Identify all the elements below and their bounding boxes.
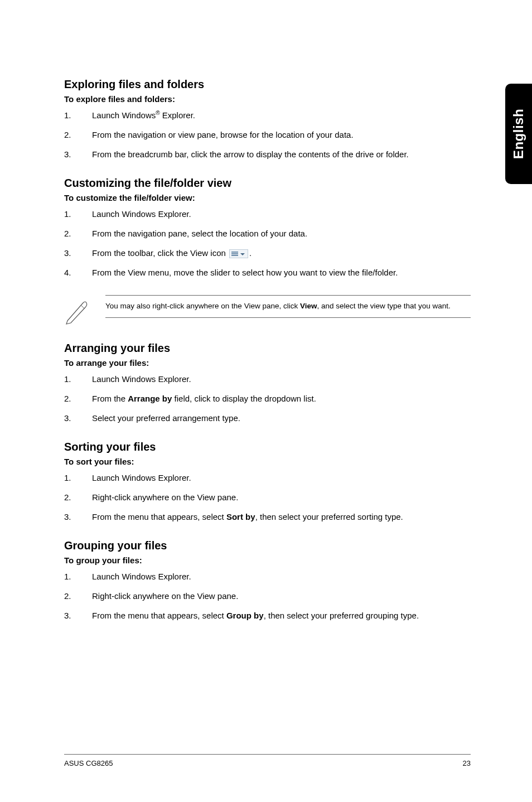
list-text: From the toolbar, click the View icon — [92, 248, 228, 258]
subhead-grouping: To group your files: — [64, 555, 471, 565]
list-text: Launch Windows Explorer. — [92, 374, 191, 384]
list-number: 1. — [64, 373, 71, 385]
list-item: 1.Launch Windows Explorer. — [64, 472, 471, 484]
pen-icon — [64, 297, 89, 322]
list-item: 2.From the navigation pane, select the l… — [64, 228, 471, 239]
list-text: . — [249, 248, 252, 258]
note-text-part: , and select the view type that you want… — [317, 302, 450, 310]
list-number: 1. — [64, 472, 71, 484]
list-number: 1. — [64, 571, 71, 582]
list-text: From the navigation or view pane, browse… — [92, 130, 354, 139]
list-number: 2. — [64, 393, 71, 404]
list-exploring: 1.Launch Windows® Explorer. 2.From the n… — [64, 109, 471, 160]
heading-arranging: Arranging your files — [64, 342, 471, 355]
svg-line-0 — [81, 305, 84, 308]
language-tab: English — [505, 84, 532, 184]
list-text: , then select your preferred grouping ty… — [264, 611, 419, 620]
list-bold: Sort by — [226, 512, 255, 521]
page-footer: ASUS CG8265 23 — [64, 754, 471, 767]
list-customizing: 1.Launch Windows Explorer. 2.From the na… — [64, 208, 471, 278]
list-text: From the — [92, 394, 128, 403]
subhead-customizing: To customize the file/folder view: — [64, 193, 471, 202]
list-text: From the menu that appears, select — [92, 611, 226, 620]
section-customizing: Customizing the file/folder view To cust… — [64, 177, 471, 322]
list-item: 2.Right-click anywhere on the View pane. — [64, 590, 471, 602]
list-text: From the breadcrumb bar, click the arrow… — [92, 149, 409, 159]
list-number: 3. — [64, 412, 71, 424]
list-text: Launch Windows Explorer. — [92, 209, 191, 219]
list-number: 1. — [64, 208, 71, 220]
subhead-sorting: To sort your files: — [64, 457, 471, 466]
subhead-arranging: To arrange your files: — [64, 358, 471, 368]
heading-exploring: Exploring files and folders — [64, 78, 471, 91]
list-item: 1.Launch Windows Explorer. — [64, 571, 471, 582]
list-number: 4. — [64, 267, 71, 278]
list-number: 3. — [64, 511, 71, 523]
list-text: Launch Windows Explorer. — [92, 473, 191, 482]
list-bold: Group by — [226, 611, 264, 620]
list-text: Right-click anywhere on the View pane. — [92, 591, 238, 601]
section-sorting: Sorting your files To sort your files: 1… — [64, 441, 471, 523]
list-item: 3.Select your preferred arrangement type… — [64, 412, 471, 424]
page-content: Exploring files and folders To explore f… — [0, 0, 532, 621]
heading-customizing: Customizing the file/folder view — [64, 177, 471, 190]
list-number: 2. — [64, 491, 71, 503]
list-text: , then select your preferred sorting typ… — [255, 512, 403, 521]
note-block: You may also right-click anywhere on the… — [64, 295, 471, 322]
language-tab-label: English — [511, 109, 526, 159]
list-item: 3.From the toolbar, click the View icon … — [64, 247, 471, 259]
list-text: Launch Windows — [92, 110, 156, 120]
list-number: 1. — [64, 109, 71, 121]
list-number: 2. — [64, 129, 71, 141]
list-text: Select your preferred arrangement type. — [92, 413, 240, 423]
section-grouping: Grouping your files To group your files:… — [64, 539, 471, 621]
list-item: 3.From the menu that appears, select Gro… — [64, 610, 471, 621]
note-text-part: You may also right-click anywhere on the… — [105, 302, 300, 310]
list-item: 1.Launch Windows® Explorer. — [64, 109, 471, 121]
list-text: From the navigation pane, select the loc… — [92, 229, 307, 238]
list-text: Explorer. — [160, 110, 195, 120]
list-text: From the menu that appears, select — [92, 512, 226, 521]
list-item: 3.From the breadcrumb bar, click the arr… — [64, 148, 471, 160]
section-arranging: Arranging your files To arrange your fil… — [64, 342, 471, 424]
list-number: 3. — [64, 610, 71, 621]
list-number: 3. — [64, 148, 71, 160]
list-arranging: 1.Launch Windows Explorer. 2.From the Ar… — [64, 373, 471, 424]
list-number: 3. — [64, 247, 71, 259]
heading-grouping: Grouping your files — [64, 539, 471, 552]
list-text: Launch Windows Explorer. — [92, 572, 191, 581]
list-item: 4.From the View menu, move the slider to… — [64, 267, 471, 278]
list-bold: Arrange by — [128, 394, 172, 403]
list-text: From the View menu, move the slider to s… — [92, 268, 398, 277]
heading-sorting: Sorting your files — [64, 441, 471, 453]
footer-page-number: 23 — [463, 759, 471, 767]
list-item: 2.Right-click anywhere on the View pane. — [64, 491, 471, 503]
list-number: 2. — [64, 228, 71, 239]
note-text: You may also right-click anywhere on the… — [105, 295, 471, 318]
list-item: 2.From the navigation or view pane, brow… — [64, 129, 471, 141]
list-text: Right-click anywhere on the View pane. — [92, 492, 238, 502]
list-sorting: 1.Launch Windows Explorer. 2.Right-click… — [64, 472, 471, 523]
list-item: 3.From the menu that appears, select Sor… — [64, 511, 471, 523]
list-text: field, click to display the dropdown lis… — [172, 394, 316, 403]
footer-model: ASUS CG8265 — [64, 759, 113, 767]
list-item: 2.From the Arrange by field, click to di… — [64, 393, 471, 404]
note-bold: View — [300, 302, 317, 310]
list-number: 2. — [64, 590, 71, 602]
section-exploring: Exploring files and folders To explore f… — [64, 78, 471, 160]
list-grouping: 1.Launch Windows Explorer. 2.Right-click… — [64, 571, 471, 621]
list-item: 1.Launch Windows Explorer. — [64, 208, 471, 220]
registered-mark: ® — [156, 110, 159, 116]
subhead-exploring: To explore files and folders: — [64, 94, 471, 104]
view-icon — [229, 249, 248, 258]
list-item: 1.Launch Windows Explorer. — [64, 373, 471, 385]
